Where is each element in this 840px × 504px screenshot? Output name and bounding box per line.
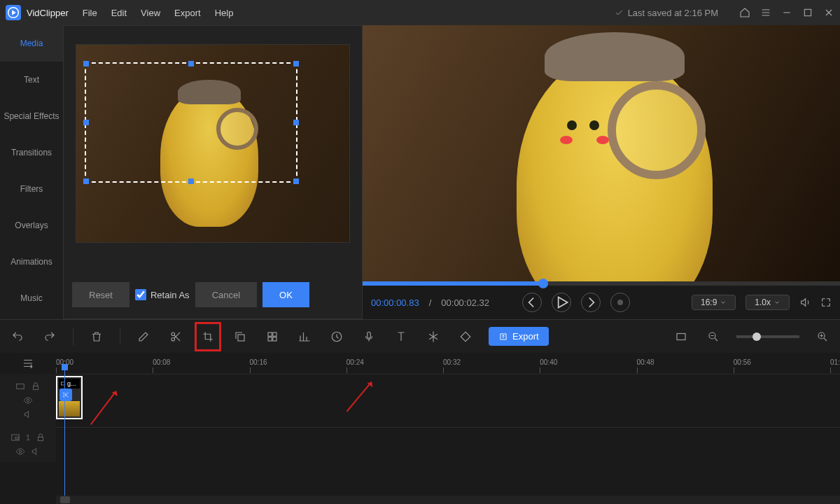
eye-icon[interactable] (15, 447, 25, 456)
delete-button[interactable] (88, 328, 106, 346)
crop-handle-bl[interactable] (83, 178, 89, 184)
sidebar-tab-media[interactable]: Media (0, 25, 63, 62)
mosaic-tool[interactable] (263, 328, 281, 346)
sidebar-tab-transitions[interactable]: Transitions (0, 134, 63, 171)
time-separator: / (429, 298, 432, 308)
record-button[interactable] (610, 293, 630, 312)
text-tool[interactable] (392, 328, 410, 346)
svg-rect-15 (34, 386, 38, 389)
close-icon[interactable] (823, 7, 834, 18)
sound-icon[interactable] (31, 447, 41, 456)
svg-rect-4 (238, 335, 244, 341)
menu-file[interactable]: File (83, 8, 97, 18)
svg-point-16 (27, 399, 29, 402)
reset-button[interactable]: Reset (72, 282, 130, 307)
zoom-slider[interactable] (736, 335, 799, 338)
aspect-ratio-select[interactable]: 16:9 (692, 295, 736, 310)
redo-button[interactable] (41, 328, 59, 346)
toolbar: Export (0, 319, 840, 353)
crop-handle-tm[interactable] (188, 61, 194, 66)
retain-aspect-input[interactable] (135, 289, 146, 300)
lock-icon[interactable] (31, 382, 41, 391)
sidebar-tab-filters[interactable]: Filters (0, 171, 63, 207)
svg-rect-22 (38, 437, 43, 440)
sound-icon[interactable] (23, 410, 33, 419)
copy-tool[interactable] (231, 328, 249, 346)
crop-preview[interactable] (76, 44, 350, 243)
menu-export[interactable]: Export (174, 8, 201, 18)
menu-help[interactable]: Help (215, 8, 234, 18)
volume-icon[interactable] (799, 297, 811, 308)
keyframe-tool[interactable] (456, 328, 475, 346)
fullscreen-icon[interactable] (820, 297, 832, 308)
svg-rect-8 (273, 337, 276, 340)
prev-frame-button[interactable] (522, 293, 542, 312)
next-frame-button[interactable] (581, 293, 601, 312)
timeline-options-button[interactable] (0, 353, 56, 374)
track-2-lane[interactable] (56, 427, 840, 462)
timeline-clip[interactable]: g... (56, 376, 83, 419)
export-icon (498, 332, 508, 342)
scrub-bar[interactable] (363, 281, 840, 286)
minimize-icon[interactable] (781, 7, 792, 18)
svg-rect-14 (17, 384, 24, 389)
split-tool[interactable] (167, 328, 185, 346)
app-name: VidClipper (27, 8, 69, 18)
duration-time: 00:00:02.32 (441, 298, 489, 308)
sidebar-tab-music[interactable]: Music (0, 280, 63, 316)
sidebar-tab-effects[interactable]: Special Effects (0, 98, 63, 134)
track-1-lane[interactable]: g... (56, 374, 840, 427)
play-button[interactable] (552, 293, 571, 312)
export-button[interactable]: Export (489, 327, 549, 346)
cancel-button[interactable]: Cancel (195, 282, 257, 307)
time-tick: 00:08 (153, 358, 170, 366)
preview-pane: 00:00:00.83 / 00:00:02.32 16:9 1.0x (363, 25, 840, 319)
menu-view[interactable]: View (141, 8, 160, 18)
crop-handle-ml[interactable] (83, 120, 89, 125)
sidebar-tab-text[interactable]: Text (0, 62, 63, 98)
eye-icon[interactable] (23, 396, 33, 405)
zoom-out-button[interactable] (704, 328, 722, 346)
crop-panel: Reset Retain As Cancel OK (63, 25, 363, 319)
zoom-in-button[interactable] (813, 328, 832, 346)
svg-rect-6 (273, 332, 276, 336)
speed-tool[interactable] (328, 328, 346, 346)
chevron-down-icon (720, 299, 727, 306)
clip-effect-icon (59, 388, 72, 401)
stats-tool[interactable] (295, 328, 314, 346)
crop-handle-bm[interactable] (188, 178, 194, 184)
fit-tool[interactable] (672, 328, 690, 346)
sidebar-tab-overlays[interactable]: Overlays (0, 207, 63, 244)
ok-button[interactable]: OK (262, 282, 309, 307)
playhead[interactable] (64, 364, 65, 504)
pip-track-icon (10, 433, 20, 442)
retain-aspect-checkbox[interactable]: Retain As (135, 289, 190, 300)
app-logo (6, 5, 21, 20)
freeze-tool[interactable] (424, 328, 442, 346)
chevron-down-icon (774, 299, 780, 306)
zoom-slider-knob[interactable] (752, 332, 761, 341)
crop-handle-mr[interactable] (293, 120, 299, 125)
playback-speed-select[interactable]: 1.0x (746, 295, 790, 310)
menu-icon[interactable] (760, 7, 771, 18)
crop-selection[interactable] (85, 62, 298, 183)
save-status: Last saved at 2:16 PM (614, 8, 718, 18)
maximize-icon[interactable] (802, 7, 813, 18)
lock-icon[interactable] (36, 433, 46, 442)
time-tick: 01:04 (830, 358, 840, 366)
sidebar-tab-animations[interactable]: Animations (0, 244, 63, 280)
crop-handle-tl[interactable] (83, 61, 89, 66)
edit-tool[interactable] (134, 328, 153, 346)
crop-handle-br[interactable] (293, 178, 299, 184)
menu-edit[interactable]: Edit (111, 8, 127, 18)
undo-button[interactable] (8, 328, 27, 346)
crop-handle-tr[interactable] (293, 61, 299, 66)
svg-point-23 (19, 450, 22, 453)
timeline-scrollbar[interactable] (56, 496, 840, 504)
preview-video[interactable] (363, 25, 840, 281)
home-icon[interactable] (739, 7, 750, 18)
crop-tool[interactable] (199, 328, 217, 346)
mic-tool[interactable] (360, 328, 378, 346)
time-ruler[interactable]: 00:0000:0800:1600:2400:3200:4000:4800:56… (56, 353, 840, 374)
clip-label: g... (59, 379, 80, 388)
